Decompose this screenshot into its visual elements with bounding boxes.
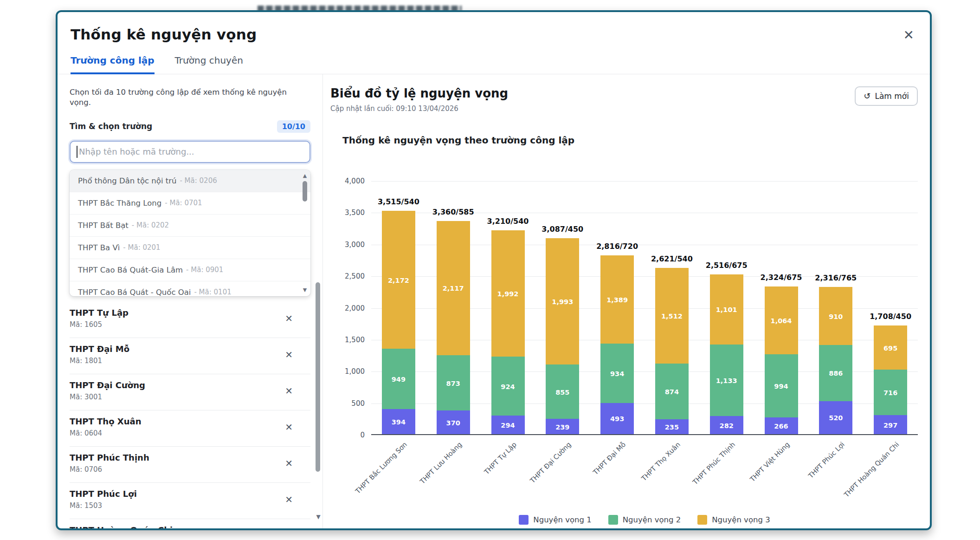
selected-school-code: Mã: 3001: [70, 393, 310, 401]
y-axis-tick: 1,000: [330, 367, 365, 376]
x-axis-label-text: THPT Đại Cường: [529, 441, 572, 484]
selected-school-name: THPT Đại Mỗ: [70, 344, 310, 354]
dropdown-scroll-thumb[interactable]: [303, 181, 307, 202]
x-axis-label-text: THPT Phúc Lợi: [807, 441, 846, 480]
dropdown-option-name: THPT Bắc Thăng Long: [78, 199, 161, 208]
y-axis-tick: 3,000: [330, 241, 365, 249]
refresh-button-label: Làm mới: [875, 91, 909, 101]
x-axis-labels: THPT Bắc Lương SơnTHPT Lưu HoàngTHPT Tự …: [371, 435, 918, 515]
dropdown-option[interactable]: THPT Bắc Thăng Long- Mã: 0701: [70, 192, 310, 215]
list-scroll-down-icon[interactable]: ▼: [316, 514, 321, 520]
selected-school-name: THPT Đại Cường: [70, 380, 310, 390]
bar-total-label: 3,360/585: [409, 208, 497, 216]
y-axis-tick: 1,500: [330, 336, 365, 344]
tab-truong-chuyen[interactable]: Trường chuyên: [175, 55, 243, 74]
dropdown-option[interactable]: THPT Cao Bá Quát - Quốc Oai- Mã: 0101: [70, 281, 310, 296]
selected-school-name: THPT Hoàng Quán Chi: [70, 525, 310, 530]
statistics-modal: Thống kê nguyện vọng ✕ Trường công lập T…: [56, 10, 932, 530]
selector-hint: Chọn tối đa 10 trường công lập để xem th…: [70, 87, 310, 108]
close-icon[interactable]: ✕: [903, 29, 914, 42]
search-label: Tìm & chọn trường: [70, 122, 152, 131]
remove-school-icon[interactable]: ✕: [285, 495, 293, 504]
legend-item[interactable]: Nguyện vọng 1: [519, 515, 591, 525]
bar-total-label: 1,708/450: [846, 312, 932, 321]
dropdown-scrollbar[interactable]: ▲ ▼: [302, 173, 308, 293]
selected-school-code: Mã: 1801: [70, 357, 310, 365]
dropdown-option-name: THPT Bất Bạt: [78, 221, 129, 230]
selected-school-name: THPT Phúc Thịnh: [70, 453, 310, 462]
dropdown-option[interactable]: THPT Bất Bạt- Mã: 0202: [70, 215, 310, 237]
remove-school-icon[interactable]: ✕: [285, 314, 293, 323]
bar-total-label: 2,316/765: [792, 273, 880, 282]
bar-segment-value: 994: [746, 383, 817, 390]
x-axis-label-text: THPT Phúc Thịnh: [691, 441, 736, 486]
remove-school-icon[interactable]: ✕: [285, 423, 293, 432]
search-input[interactable]: [70, 141, 310, 163]
dropdown-option-code: - Mã: 0901: [186, 266, 223, 274]
bar-segment-value: 2,172: [363, 277, 434, 284]
remove-school-icon[interactable]: ✕: [285, 350, 293, 359]
bar-group: 4939341,389: [600, 180, 634, 434]
modal-title: Thống kê nguyện vọng: [71, 26, 916, 43]
legend-label: Nguyện vọng 1: [533, 515, 591, 524]
scroll-down-icon[interactable]: ▼: [302, 287, 308, 293]
selected-school-code: Mã: 1503: [70, 501, 310, 510]
bar-segment-value: 716: [855, 389, 926, 397]
remove-school-icon[interactable]: ✕: [285, 386, 293, 396]
dropdown-option[interactable]: THPT Cao Bá Quát-Gia Lâm- Mã: 0901: [70, 259, 310, 281]
dropdown-option-code: - Mã: 0206: [180, 176, 217, 185]
remove-school-icon[interactable]: ✕: [285, 459, 293, 468]
dropdown-option-name: THPT Ba Vì: [78, 243, 120, 252]
x-axis-label-text: THPT Đại Mỗ: [592, 441, 627, 476]
modal-content: Chọn tối đa 10 trường công lập để xem th…: [58, 74, 930, 530]
selection-count-badge: 10/10: [277, 120, 310, 133]
refresh-icon: ↺: [864, 92, 870, 100]
bar-segment-value: 886: [800, 370, 871, 377]
dropdown-option[interactable]: Phổ thông Dân tộc nội trú- Mã: 0206: [70, 170, 310, 192]
list-scroll-thumb[interactable]: [316, 282, 320, 472]
x-axis-label-text: THPT Bắc Lương Sơn: [354, 441, 408, 495]
selected-school-name: THPT Phúc Lợi: [70, 489, 310, 499]
bar-group: 2398551,993: [546, 180, 579, 434]
y-axis-tick: 4,000: [330, 177, 365, 185]
chart-panel-title: Biểu đồ tỷ lệ nguyện vọng: [330, 86, 508, 100]
school-selector-panel: Chọn tối đa 10 trường công lập để xem th…: [58, 74, 323, 530]
selected-school-row: THPT Phúc ThịnhMã: 0706✕: [70, 447, 310, 483]
selected-school-row: THPT Hoàng Quán ChiMã: 0405✕: [70, 519, 310, 530]
legend-swatch: [697, 515, 707, 525]
dropdown-option-name: Phổ thông Dân tộc nội trú: [78, 176, 176, 185]
chart-plot-area: 4,0003,5003,0002,5002,0001,5001,00050003…: [371, 181, 918, 435]
selected-school-code: Mã: 0604: [70, 429, 310, 437]
bar-segment-value: 266: [746, 423, 817, 430]
bar-segment-value: 934: [582, 370, 652, 377]
bar-group: 3949492,172: [382, 180, 415, 434]
bar-group: 2358741,512: [655, 180, 689, 434]
bar-total-label: 3,087/450: [518, 225, 606, 234]
x-axis-label-text: THPT Việt Hùng: [748, 441, 791, 483]
legend-item[interactable]: Nguyện vọng 2: [608, 515, 681, 525]
bar-segment-value: 1,101: [691, 306, 762, 313]
selected-school-code: Mã: 0706: [70, 465, 310, 474]
legend-label: Nguyện vọng 3: [712, 515, 770, 524]
x-axis-label-text: THPT Lưu Hoàng: [419, 441, 463, 485]
dropdown-option[interactable]: THPT Ba Vì- Mã: 0201: [70, 237, 310, 259]
selected-school-row: THPT Thọ XuânMã: 0604✕: [70, 410, 310, 447]
selected-school-name: THPT Tự Lập: [70, 308, 310, 318]
bar-segment-value: 695: [855, 345, 926, 352]
dropdown-option-name: THPT Cao Bá Quát-Gia Lâm: [78, 266, 183, 274]
tab-truong-cong-lap[interactable]: Trường công lập: [71, 55, 155, 74]
school-dropdown: Phổ thông Dân tộc nội trú- Mã: 0206THPT …: [70, 170, 310, 296]
scroll-up-icon[interactable]: ▲: [302, 173, 308, 179]
chart-legend: Nguyện vọng 1Nguyện vọng 2Nguyện vọng 3: [371, 515, 918, 525]
refresh-button[interactable]: ↺ Làm mới: [855, 86, 918, 106]
bar-segment-value: 297: [855, 422, 926, 429]
legend-label: Nguyện vọng 2: [623, 515, 681, 524]
dropdown-option-code: - Mã: 0201: [123, 243, 160, 252]
list-scrollbar[interactable]: ▼: [316, 282, 321, 520]
selected-school-name: THPT Thọ Xuân: [70, 416, 310, 426]
legend-item[interactable]: Nguyện vọng 3: [697, 515, 770, 525]
selected-school-row: THPT Đại MỗMã: 1801✕: [70, 338, 310, 374]
bar-segment-value: 1,512: [637, 312, 707, 320]
last-updated-text: Cập nhật lần cuối: 09:10 13/04/2026: [330, 104, 508, 113]
bar-group: 2821,1331,101: [710, 180, 743, 434]
